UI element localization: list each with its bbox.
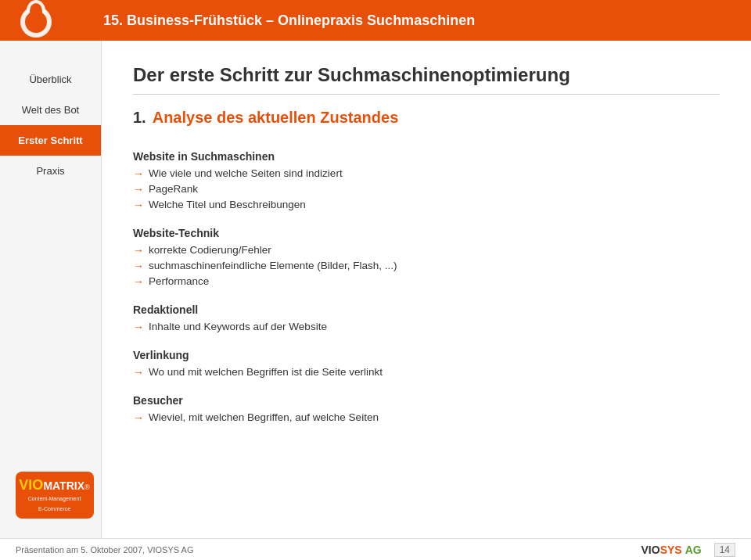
section-heading: Analyse des aktuellen Zustandes — [153, 109, 399, 127]
logo-vio-text: VIO — [19, 478, 43, 492]
svg-point-3 — [30, 3, 42, 19]
logo-sub1: Content-Management — [28, 495, 81, 502]
logo-sub2: E-Commerce — [38, 505, 70, 512]
block-verlinkung: Verlinkung → Wo und mit welchen Begriffe… — [133, 349, 720, 379]
sidebar-item-ueberblick[interactable]: Überblick — [0, 64, 101, 95]
block-title-4: Besucher — [133, 394, 720, 407]
block-title-2: Redaktionell — [133, 303, 720, 316]
block-besucher: Besucher → Wieviel, mit welchen Begriffe… — [133, 394, 720, 424]
list-item: → Performance — [133, 275, 720, 288]
header: 15. Business-Frühstück – Onlinepraxis Su… — [0, 0, 751, 41]
logo-matrix-text: MATRIX — [43, 480, 84, 491]
sidebar: Überblick Welt des Bot Erster Schritt Pr… — [0, 41, 102, 538]
page-main-title: Der erste Schritt zur Suchmaschinenoptim… — [133, 64, 720, 95]
arrow-icon: → — [133, 275, 144, 288]
list-item: → Wo und mit welchen Begriffen ist die S… — [133, 366, 720, 379]
footer-ag: AG — [685, 544, 702, 556]
list-item: → Wieviel, mit welchen Begriffen, auf we… — [133, 411, 720, 424]
block-website-technik: Website-Technik → korrekte Codierung/Feh… — [133, 227, 720, 288]
arrow-icon: → — [133, 366, 144, 379]
footer-viosys: VIOSYS — [641, 544, 682, 556]
arrow-icon: → — [133, 183, 144, 196]
list-item: → PageRank — [133, 183, 720, 196]
section-number: 1. — [133, 109, 146, 127]
footer-logo-area: VIOSYS AG 14 — [641, 543, 736, 557]
block-website-suchmaschinen: Website in Suchmaschinen → Wie viele und… — [133, 150, 720, 211]
footer-text: Präsentation am 5. Oktober 2007, VIOSYS … — [16, 545, 193, 555]
arrow-icon: → — [133, 260, 144, 272]
list-item: → suchmaschinenfeindliche Elemente (Bild… — [133, 260, 720, 272]
logo-registered: ® — [84, 483, 90, 491]
sidebar-logo: VIO MATRIX ® Content-Management E-Commer… — [8, 464, 94, 526]
footer: Präsentation am 5. Oktober 2007, VIOSYS … — [0, 538, 751, 560]
sidebar-item-erster-schritt[interactable]: Erster Schritt — [0, 125, 101, 156]
arrow-icon: → — [133, 321, 144, 333]
block-title-0: Website in Suchmaschinen — [133, 150, 720, 163]
block-redaktionell: Redaktionell → Inhalte und Keywords auf … — [133, 303, 720, 333]
list-item: → Wie viele und welche Seiten sind indiz… — [133, 167, 720, 180]
list-item: → korrekte Codierung/Fehler — [133, 244, 720, 257]
arrow-icon: → — [133, 199, 144, 211]
header-title: 15. Business-Frühstück – Onlinepraxis Su… — [103, 13, 475, 29]
sidebar-item-welt-des-bot[interactable]: Welt des Bot — [0, 95, 101, 125]
page-number: 14 — [714, 543, 735, 557]
header-logo-icon — [16, 0, 56, 41]
content-area: Der erste Schritt zur Suchmaschinenoptim… — [102, 41, 751, 538]
main-layout: Überblick Welt des Bot Erster Schritt Pr… — [0, 41, 751, 538]
sidebar-item-praxis[interactable]: Praxis — [0, 156, 101, 186]
arrow-icon: → — [133, 411, 144, 424]
arrow-icon: → — [133, 167, 144, 180]
block-title-3: Verlinkung — [133, 349, 720, 361]
list-item: → Inhalte und Keywords auf der Website — [133, 321, 720, 333]
block-title-1: Website-Technik — [133, 227, 720, 239]
list-item: → Welche Titel und Beschreibungen — [133, 199, 720, 211]
arrow-icon: → — [133, 244, 144, 257]
